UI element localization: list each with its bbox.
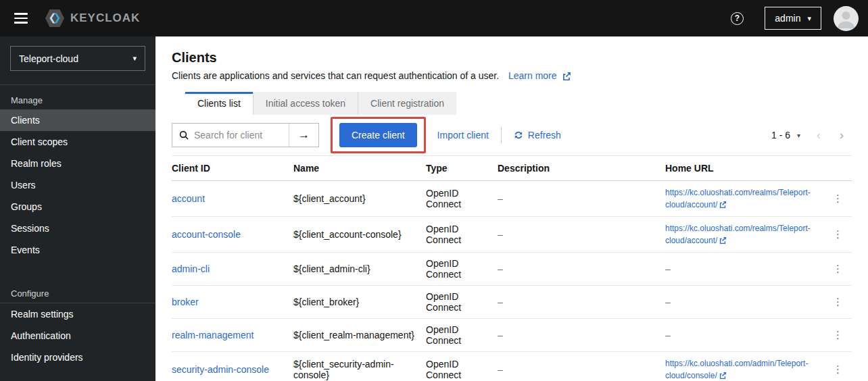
refresh-button[interactable]: Refresh bbox=[514, 130, 561, 141]
clients-table: Client ID Name Type Description Home URL… bbox=[172, 156, 852, 381]
chevron-down-icon: ▾ bbox=[132, 54, 137, 63]
home-url-text: https://kc.oluoshati.com/realms/Teleport… bbox=[665, 188, 811, 209]
client-description: – bbox=[498, 286, 665, 319]
sidebar-item-realm-roles[interactable]: Realm roles bbox=[0, 153, 155, 174]
sidebar-item-realm-settings[interactable]: Realm settings bbox=[0, 303, 155, 325]
table-row: account-console ${client_account-console… bbox=[172, 217, 852, 253]
sidebar-item-users[interactable]: Users bbox=[0, 174, 155, 196]
client-description: – bbox=[498, 217, 665, 253]
client-type: OpenID Connect bbox=[426, 253, 498, 286]
client-id-link[interactable]: account-console bbox=[172, 229, 241, 240]
page-description: Clients are applications and services th… bbox=[172, 70, 852, 81]
pagination-range-label: 1 - 6 bbox=[771, 130, 790, 141]
home-url-link[interactable]: https://kc.oluoshati.com/admin/Teleport-… bbox=[665, 359, 808, 380]
help-icon[interactable]: ? bbox=[727, 8, 747, 28]
refresh-icon bbox=[514, 130, 523, 140]
home-url-empty: – bbox=[665, 319, 827, 352]
client-type: OpenID Connect bbox=[426, 352, 498, 381]
sidebar-item-events[interactable]: Events bbox=[0, 239, 155, 261]
home-url-text: https://kc.oluoshati.com/admin/Teleport-… bbox=[665, 359, 808, 380]
page-description-text: Clients are applications and services th… bbox=[172, 70, 499, 81]
tab-clients-list[interactable]: Clients list bbox=[185, 92, 253, 115]
sidebar-item-clients[interactable]: Clients bbox=[0, 109, 155, 131]
external-link-icon bbox=[719, 236, 727, 244]
pagination-next-button[interactable]: › bbox=[831, 127, 852, 144]
pagination-range-dropdown[interactable]: 1 - 6 ▾ bbox=[766, 127, 806, 143]
column-header-home-url: Home URL bbox=[665, 156, 827, 181]
client-name: ${client_broker} bbox=[293, 286, 426, 319]
search-icon bbox=[179, 130, 189, 140]
search-input[interactable] bbox=[194, 130, 282, 141]
import-client-button[interactable]: Import client bbox=[437, 130, 489, 141]
column-header-client-id: Client ID bbox=[172, 156, 293, 181]
column-header-actions bbox=[827, 156, 852, 181]
tab-client-registration[interactable]: Client registration bbox=[358, 92, 456, 115]
client-type: OpenID Connect bbox=[426, 217, 498, 253]
table-row: account ${client_account} OpenID Connect… bbox=[172, 181, 852, 217]
client-id-link[interactable]: security-admin-console bbox=[172, 364, 269, 375]
page-title: Clients bbox=[172, 50, 852, 66]
kebab-menu-icon[interactable]: ⋮ bbox=[827, 296, 848, 308]
main-content: Clients Clients are applications and ser… bbox=[155, 36, 868, 381]
home-url-link[interactable]: https://kc.oluoshati.com/realms/Teleport… bbox=[665, 188, 811, 209]
client-name: ${client_security-admin-console} bbox=[293, 352, 426, 381]
kebab-menu-icon[interactable]: ⋮ bbox=[827, 228, 848, 240]
client-name: ${client_account} bbox=[293, 181, 426, 217]
username-label: admin bbox=[775, 13, 800, 24]
chevron-down-icon: ▾ bbox=[797, 132, 800, 139]
realm-selector[interactable]: Teleport-cloud ▾ bbox=[10, 46, 145, 71]
client-id-link[interactable]: admin-cli bbox=[172, 263, 210, 274]
pagination-prev-button[interactable]: ‹ bbox=[809, 127, 829, 144]
keycloak-logo-icon bbox=[45, 9, 65, 28]
realm-name: Teleport-cloud bbox=[19, 53, 78, 64]
nav-section-configure: Configure bbox=[0, 278, 155, 303]
brand-text: KEYCLOAK bbox=[70, 11, 140, 25]
sidebar: Teleport-cloud ▾ Manage Clients Client s… bbox=[0, 36, 155, 381]
nav-section-manage: Manage bbox=[0, 85, 155, 109]
toolbar: → Create client Import client Refresh 1 … bbox=[172, 115, 852, 156]
client-description: – bbox=[498, 181, 665, 217]
kebab-menu-icon[interactable]: ⋮ bbox=[827, 193, 848, 205]
kebab-menu-icon[interactable]: ⋮ bbox=[827, 263, 848, 275]
pagination-top: 1 - 6 ▾ ‹ › bbox=[766, 127, 852, 144]
hamburger-menu-icon[interactable] bbox=[9, 7, 32, 30]
external-link-icon bbox=[562, 72, 571, 80]
create-client-button[interactable]: Create client bbox=[339, 123, 417, 147]
search-submit-button[interactable]: → bbox=[289, 124, 318, 147]
user-menu-dropdown[interactable]: admin ▾ bbox=[765, 7, 821, 30]
sidebar-item-sessions[interactable]: Sessions bbox=[0, 218, 155, 239]
learn-more-link[interactable]: Learn more bbox=[508, 70, 571, 81]
home-url-empty: – bbox=[665, 286, 827, 319]
masthead: KEYCLOAK ? admin ▾ bbox=[0, 0, 868, 36]
external-link-icon bbox=[719, 201, 727, 208]
table-row: broker ${client_broker} OpenID Connect –… bbox=[172, 286, 852, 319]
client-description: – bbox=[498, 352, 665, 381]
person-icon bbox=[834, 6, 859, 31]
sidebar-item-groups[interactable]: Groups bbox=[0, 196, 155, 218]
sidebar-item-identity-providers[interactable]: Identity providers bbox=[0, 347, 155, 368]
client-id-link[interactable]: realm-management bbox=[172, 330, 254, 340]
client-id-link[interactable]: broker bbox=[172, 297, 199, 307]
sidebar-item-client-scopes[interactable]: Client scopes bbox=[0, 131, 155, 153]
table-row: realm-management ${client_realm-manageme… bbox=[172, 319, 852, 352]
search-box bbox=[172, 124, 289, 147]
tab-bar: Clients list Initial access token Client… bbox=[185, 92, 852, 115]
tab-initial-access-token[interactable]: Initial access token bbox=[253, 92, 358, 115]
column-header-name: Name bbox=[293, 156, 426, 181]
client-type: OpenID Connect bbox=[426, 181, 498, 217]
chevron-down-icon: ▾ bbox=[807, 14, 811, 23]
client-id-link[interactable]: account bbox=[172, 193, 205, 204]
client-type: OpenID Connect bbox=[426, 286, 498, 319]
home-url-link[interactable]: https://kc.oluoshati.com/realms/Teleport… bbox=[665, 224, 811, 245]
external-link-icon bbox=[719, 372, 727, 379]
avatar[interactable] bbox=[834, 6, 859, 31]
client-name: ${client_admin-cli} bbox=[293, 253, 426, 286]
keycloak-logo: KEYCLOAK bbox=[45, 9, 140, 28]
sidebar-item-authentication[interactable]: Authentication bbox=[0, 325, 155, 347]
table-row: security-admin-console ${client_security… bbox=[172, 352, 852, 381]
kebab-menu-icon[interactable]: ⋮ bbox=[827, 329, 848, 341]
kebab-menu-icon[interactable]: ⋮ bbox=[827, 363, 848, 376]
table-header-row: Client ID Name Type Description Home URL bbox=[172, 156, 852, 181]
home-url-text: https://kc.oluoshati.com/realms/Teleport… bbox=[665, 224, 811, 245]
home-url-empty: – bbox=[665, 253, 827, 286]
